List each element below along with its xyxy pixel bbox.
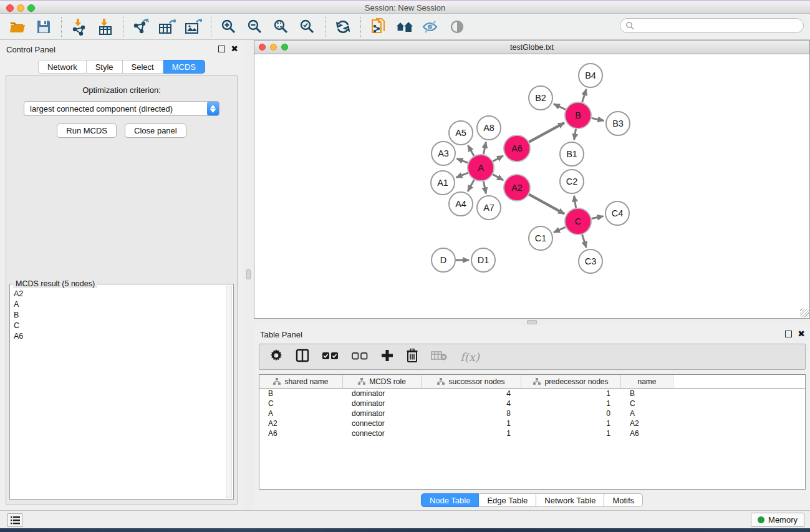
column-header-shared-name[interactable]: shared name [259, 375, 343, 388]
table-cell[interactable]: 4 [422, 399, 521, 408]
graph-edge-B-B2[interactable] [554, 104, 566, 110]
float-panel-icon[interactable] [218, 46, 225, 52]
horizontal-splitter[interactable] [254, 319, 810, 325]
delete-column-icon[interactable] [407, 349, 418, 365]
graph-edge-A-A1[interactable] [456, 173, 468, 178]
column-header-predecessor-nodes[interactable]: predecessor nodes [521, 375, 621, 388]
import-table-icon[interactable] [97, 18, 114, 36]
graph-edge-B-B1[interactable] [574, 129, 576, 140]
tab-mcds[interactable]: MCDS [163, 60, 205, 74]
mcds-result-item[interactable]: C [10, 320, 225, 331]
table-cell[interactable]: 8 [422, 409, 521, 418]
table-row[interactable]: Cdominator41C [259, 399, 805, 409]
mcds-result-item[interactable]: A6 [10, 331, 225, 341]
save-icon[interactable] [35, 18, 52, 36]
vertical-splitter[interactable] [243, 40, 254, 510]
zoom-out-icon[interactable] [246, 18, 264, 36]
graph-edge-A-A3[interactable] [456, 158, 468, 163]
refresh-icon[interactable] [334, 18, 352, 36]
export-image-icon[interactable] [185, 18, 202, 36]
graph-edge-A-A5[interactable] [468, 145, 474, 156]
table-row[interactable]: A2connector11A2 [259, 418, 805, 428]
zoom-selected-icon[interactable] [299, 18, 316, 36]
table-cell[interactable]: C [621, 399, 673, 408]
graph-edge-C-C2[interactable] [574, 196, 576, 208]
memory-button[interactable]: Memory [751, 513, 804, 527]
close-panel-icon[interactable]: ✖ [231, 44, 238, 54]
table-cell[interactable]: B [259, 389, 343, 398]
table-row[interactable]: A6connector11A6 [259, 428, 805, 438]
network-canvas[interactable]: B4B2BB3B1A5A8A6A3AA1A2A4A7C2C4CC1C3DD1 [254, 54, 809, 318]
delete-table-icon[interactable] [431, 350, 447, 364]
search-field[interactable] [620, 18, 804, 33]
column-header-name[interactable]: name [621, 375, 673, 388]
network-from-selection-icon[interactable] [370, 18, 387, 36]
network-window-titlebar[interactable]: testGlobe.txt [254, 41, 809, 54]
table-cell[interactable]: A2 [621, 419, 673, 428]
tab-node-table[interactable]: Node Table [421, 493, 480, 507]
graph-edge-B-B4[interactable] [582, 89, 587, 102]
splitter-grip[interactable] [527, 320, 537, 324]
function-builder-icon[interactable]: f(x) [460, 351, 480, 364]
export-table-icon[interactable] [158, 18, 176, 36]
task-history-button[interactable] [7, 513, 22, 527]
zoom-fit-icon[interactable] [272, 18, 290, 36]
graph-edge-A-A7[interactable] [483, 181, 486, 194]
show-all-icon[interactable] [448, 18, 466, 36]
table-cell[interactable]: 0 [521, 409, 621, 418]
deselect-all-icon[interactable] [352, 351, 368, 362]
table-cell[interactable]: connector [343, 419, 422, 428]
table-cell[interactable]: 1 [521, 429, 621, 438]
run-mcds-button[interactable]: Run MCDS [57, 123, 117, 138]
mcds-result-item[interactable]: A [10, 299, 225, 309]
table-row[interactable]: Bdominator41B [259, 389, 805, 399]
table-cell[interactable]: A6 [259, 429, 343, 438]
select-all-icon[interactable] [322, 351, 339, 362]
show-columns-icon[interactable] [296, 349, 309, 365]
table-cell[interactable]: dominator [343, 389, 422, 398]
first-neighbors-icon[interactable] [396, 18, 413, 36]
graph-edge-C-C1[interactable] [554, 227, 566, 233]
table-cell[interactable]: 1 [521, 419, 621, 428]
float-panel-icon[interactable] [785, 331, 792, 337]
tab-network-table[interactable]: Network Table [536, 493, 604, 507]
splitter-grip[interactable] [246, 269, 251, 279]
column-header-successor-nodes[interactable]: successor nodes [422, 375, 521, 388]
import-network-icon[interactable] [70, 18, 88, 36]
tab-select[interactable]: Select [123, 60, 163, 74]
export-network-icon[interactable] [132, 18, 150, 36]
graph-edge-C-C4[interactable] [592, 216, 604, 219]
tab-motifs[interactable]: Motifs [604, 493, 643, 507]
zoom-in-icon[interactable] [220, 18, 238, 36]
table-cell[interactable]: A6 [621, 429, 673, 438]
table-cell[interactable]: C [259, 399, 343, 408]
hide-selected-icon[interactable] [422, 18, 440, 36]
graph-edge-A-A8[interactable] [483, 142, 486, 155]
graph-edge-C-C3[interactable] [582, 235, 587, 248]
graph-edge-A-A4[interactable] [468, 180, 474, 191]
search-input[interactable] [635, 21, 803, 30]
tab-style[interactable]: Style [87, 60, 123, 74]
graph-edge-A-A2[interactable] [493, 175, 503, 180]
tab-edge-table[interactable]: Edge Table [479, 493, 536, 507]
graph-edge-A2-C[interactable] [529, 195, 564, 214]
table-cell[interactable]: connector [343, 429, 422, 438]
table-cell[interactable]: dominator [343, 409, 422, 418]
add-column-icon[interactable] [381, 349, 393, 364]
table-cell[interactable]: 1 [521, 389, 621, 398]
graph-edge-A-A6[interactable] [493, 156, 503, 162]
mcds-result-item[interactable]: B [10, 309, 225, 320]
table-cell[interactable]: 1 [521, 399, 621, 408]
open-file-icon[interactable] [9, 18, 26, 36]
graph-edge-B-B3[interactable] [592, 118, 604, 120]
table-cell[interactable]: dominator [343, 399, 422, 408]
table-row[interactable]: Adominator80A [259, 409, 805, 418]
table-cell[interactable]: 4 [422, 389, 521, 398]
close-panel-icon[interactable]: ✖ [798, 329, 805, 339]
table-cell[interactable]: A [259, 409, 343, 418]
table-cell[interactable]: A2 [259, 419, 343, 428]
column-header-MCDS-role[interactable]: MCDS role [343, 375, 422, 388]
close-panel-button[interactable]: Close panel [125, 123, 186, 138]
graph-edge-A6-B[interactable] [529, 123, 564, 142]
table-cell[interactable]: 1 [422, 419, 521, 428]
